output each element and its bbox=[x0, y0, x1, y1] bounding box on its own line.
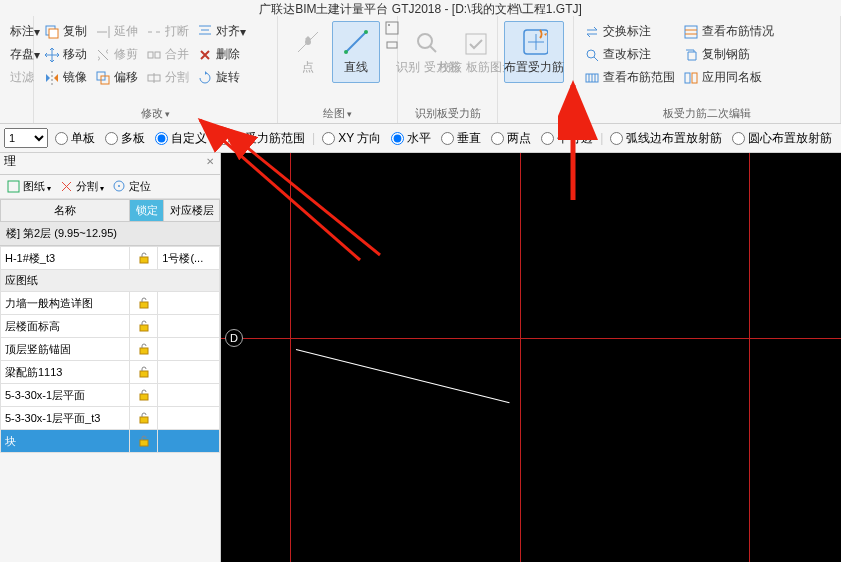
radio-arc[interactable]: 弧线边布置放射筋 bbox=[610, 130, 722, 147]
align-icon bbox=[197, 24, 213, 40]
svg-rect-29 bbox=[140, 394, 148, 400]
locate-button[interactable]: 定位 bbox=[112, 179, 151, 194]
table-row[interactable]: 力墙一般构造详图 bbox=[1, 292, 220, 315]
table-row[interactable]: 顶层竖筋锚固 bbox=[1, 338, 220, 361]
align-button[interactable]: 对齐▾ bbox=[193, 21, 250, 42]
svg-rect-25 bbox=[140, 302, 148, 308]
layer-row[interactable]: 楼] 第2层 (9.95~12.95) bbox=[0, 222, 220, 246]
table-row[interactable]: 层楼面标高 bbox=[1, 315, 220, 338]
check-mod-anno-button[interactable]: 查改标注 bbox=[580, 44, 679, 65]
place-rebar-icon bbox=[520, 28, 548, 56]
delete-button[interactable]: 删除 bbox=[193, 44, 250, 65]
check-icon bbox=[462, 30, 490, 58]
table-row[interactable]: 5-3-30x-1层平面 bbox=[1, 384, 220, 407]
svg-rect-19 bbox=[685, 73, 690, 83]
recog-group-label: 识别板受力筋 bbox=[404, 104, 491, 123]
svg-point-8 bbox=[344, 50, 348, 54]
radio-hor[interactable]: 水平 bbox=[391, 130, 431, 147]
modify-group-label[interactable]: 修改 bbox=[141, 107, 171, 119]
lock-icon[interactable] bbox=[137, 341, 151, 355]
move-button[interactable]: 移动 bbox=[40, 44, 91, 65]
side-tab: 理 bbox=[0, 154, 16, 168]
place-rebar-button[interactable]: 布置受力筋 bbox=[504, 21, 564, 83]
offset-icon bbox=[95, 70, 111, 86]
trim-icon bbox=[95, 47, 111, 63]
check-rebar-button[interactable]: 校核 板筋图元 bbox=[452, 21, 500, 83]
copy-button[interactable]: 复制 bbox=[40, 21, 91, 42]
merge-button[interactable]: 合并 bbox=[142, 44, 193, 65]
lock-icon[interactable] bbox=[137, 250, 151, 264]
rows-table: H-1#楼_t31号楼(...应图纸力墙一般构造详图层楼面标高顶层竖筋锚固梁配筋… bbox=[0, 246, 220, 453]
edit-group-label: 板受力筋二次编辑 bbox=[580, 104, 834, 123]
line-button[interactable]: 直线 bbox=[332, 21, 380, 83]
radio-circ[interactable]: 圆心布置放射筋 bbox=[732, 130, 832, 147]
view-rebar-range-button[interactable]: 查看布筋范围 bbox=[580, 67, 679, 88]
rotate-icon bbox=[197, 70, 213, 86]
table-row[interactable]: 应图纸 bbox=[1, 270, 220, 292]
point-button[interactable]: 点 bbox=[284, 21, 332, 83]
lock-icon[interactable] bbox=[137, 433, 151, 447]
mirror-icon bbox=[44, 70, 60, 86]
move-icon bbox=[44, 47, 60, 63]
drawing-table: 名称 锁定 对应楼层 bbox=[0, 199, 220, 222]
mirror-button[interactable]: 镜像 bbox=[40, 67, 91, 88]
col-lock[interactable]: 锁定 bbox=[130, 200, 164, 222]
lock-icon[interactable] bbox=[137, 410, 151, 424]
break-icon bbox=[146, 24, 162, 40]
table-row[interactable]: 块 bbox=[1, 430, 220, 453]
split-button[interactable]: 分割 bbox=[59, 179, 104, 194]
svg-rect-14 bbox=[466, 34, 486, 54]
svg-rect-4 bbox=[148, 52, 153, 58]
trim-button[interactable]: 修剪 bbox=[91, 44, 142, 65]
radio-edge[interactable]: 平行边 bbox=[541, 130, 593, 147]
svg-rect-21 bbox=[8, 181, 19, 192]
apply-same-slab-button[interactable]: 应用同名板 bbox=[679, 67, 778, 88]
radio-multi[interactable]: 多板 bbox=[105, 130, 145, 147]
svg-point-13 bbox=[418, 34, 432, 48]
svg-rect-24 bbox=[140, 257, 148, 263]
svg-point-9 bbox=[364, 30, 368, 34]
close-panel-icon[interactable]: ✕ bbox=[206, 156, 214, 167]
swap-icon bbox=[584, 24, 600, 40]
break-button[interactable]: 打断 bbox=[142, 21, 193, 42]
copy-rebar-icon bbox=[683, 47, 699, 63]
side-header: 理 ✕ bbox=[0, 153, 220, 175]
lock-icon[interactable] bbox=[137, 387, 151, 401]
offset-button[interactable]: 偏移 bbox=[91, 67, 142, 88]
svg-rect-1 bbox=[49, 29, 58, 38]
radio-xy[interactable]: XY 方向 bbox=[322, 130, 381, 147]
drawing-icon bbox=[6, 179, 21, 194]
ribbon: 标注▾ 存盘▾ 过滤 复制 移动 镜像 延伸 修剪 偏移 打断 合并 分割 bbox=[0, 16, 841, 124]
table-row[interactable]: 5-3-30x-1层平面_t3 bbox=[1, 407, 220, 430]
line-icon bbox=[342, 28, 370, 56]
view-rebar-status-button[interactable]: 查看布筋情况 bbox=[679, 21, 778, 42]
delete-icon bbox=[197, 47, 213, 63]
svg-rect-31 bbox=[140, 440, 148, 446]
col-floor[interactable]: 对应楼层 bbox=[164, 200, 220, 222]
locate-icon bbox=[112, 179, 127, 194]
lock-icon[interactable] bbox=[137, 318, 151, 332]
radio-custom[interactable]: 自定义 bbox=[155, 130, 207, 147]
canvas[interactable]: D bbox=[221, 153, 841, 562]
lock-icon[interactable] bbox=[137, 364, 151, 378]
rotate-button[interactable]: 旋转 bbox=[193, 67, 250, 88]
col-name[interactable]: 名称 bbox=[1, 200, 130, 222]
split-button[interactable]: 分割 bbox=[142, 67, 193, 88]
table-row[interactable]: H-1#楼_t31号楼(... bbox=[1, 247, 220, 270]
draw-group-label[interactable]: 绘图 bbox=[323, 107, 353, 119]
drawing-button[interactable]: 图纸 bbox=[6, 179, 51, 194]
radio-single[interactable]: 单板 bbox=[55, 130, 95, 147]
lock-icon[interactable] bbox=[137, 295, 151, 309]
layer-select[interactable]: 1 bbox=[4, 128, 48, 148]
svg-rect-20 bbox=[692, 73, 697, 83]
copy-rebar-button[interactable]: 复制钢筋 bbox=[679, 44, 778, 65]
table-row[interactable]: 梁配筋1113 bbox=[1, 361, 220, 384]
svg-point-16 bbox=[587, 50, 595, 58]
swap-anno-button[interactable]: 交换标注 bbox=[580, 21, 679, 42]
point-icon bbox=[294, 28, 322, 56]
radio-byforce[interactable]: 按受力筋范围 bbox=[217, 130, 305, 147]
radio-ver[interactable]: 垂直 bbox=[441, 130, 481, 147]
radio-two[interactable]: 两点 bbox=[491, 130, 531, 147]
extend-button[interactable]: 延伸 bbox=[91, 21, 142, 42]
svg-rect-5 bbox=[155, 52, 160, 58]
